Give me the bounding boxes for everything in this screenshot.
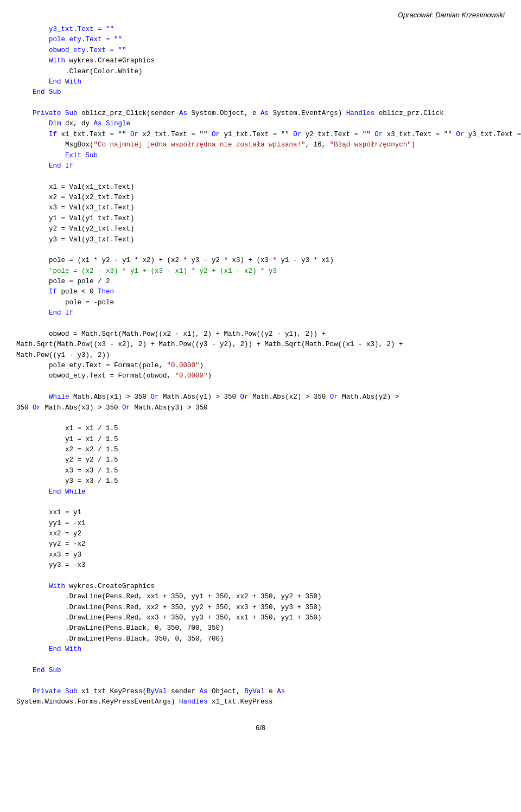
header-author: Opracował: Damian Krzesimowski [16,11,505,19]
footer-page: 6/8 [16,724,505,732]
page-container: Opracował: Damian Krzesimowski y3_txt.Te… [0,0,521,753]
code-block: y3_txt.Text = "" pole_ety.Text = "" obwo… [16,24,505,707]
